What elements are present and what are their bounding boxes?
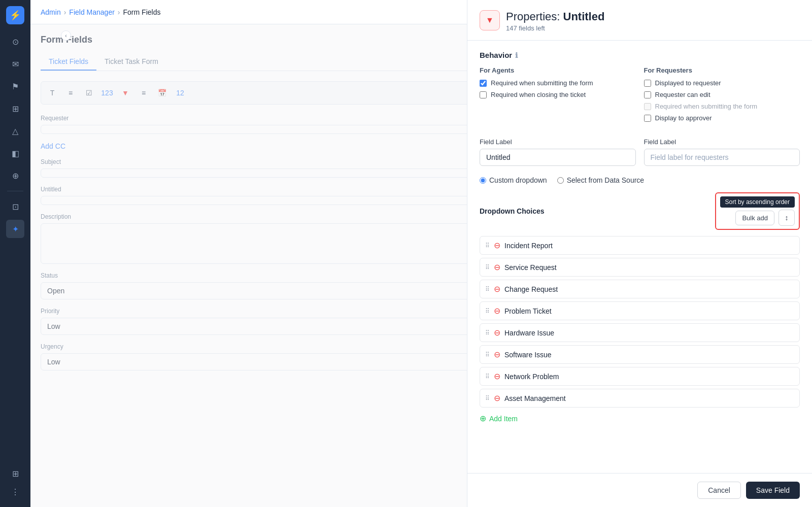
list-item: ⠿ ⊖ Change Request bbox=[480, 280, 800, 298]
remove-icon[interactable]: ⊖ bbox=[494, 350, 500, 359]
item-text: Software Issue bbox=[504, 351, 794, 359]
remove-icon[interactable]: ⊖ bbox=[494, 284, 500, 294]
item-text: Incident Report bbox=[504, 242, 794, 250]
toolbar-dropdown-icon[interactable]: ▼ bbox=[118, 86, 132, 100]
custom-dropdown-radio[interactable] bbox=[480, 177, 486, 184]
drag-handle-icon[interactable]: ⠿ bbox=[485, 286, 490, 293]
sidebar-item-alert[interactable]: △ bbox=[6, 122, 24, 140]
sidebar-divider bbox=[7, 191, 23, 191]
sidebar-item-home[interactable]: ⊙ bbox=[6, 32, 24, 51]
cancel-button[interactable]: Cancel bbox=[697, 482, 741, 499]
toolbar-list-icon[interactable]: ≡ bbox=[137, 86, 151, 100]
sidebar-collapse-button[interactable]: ‹ bbox=[61, 30, 71, 41]
required-submitting-checkbox[interactable] bbox=[480, 80, 487, 87]
sidebar-bottom: ⊞ ⋮ bbox=[6, 464, 24, 501]
list-item: ⠿ ⊖ Incident Report bbox=[480, 236, 800, 255]
requester-can-edit-checkbox[interactable] bbox=[644, 91, 651, 98]
drag-handle-icon[interactable]: ⠿ bbox=[485, 395, 490, 402]
requester-can-edit-label: Requester can edit bbox=[655, 91, 710, 98]
sidebar-item-inbox[interactable]: ✉ bbox=[6, 55, 24, 73]
sidebar-item-layers[interactable]: ◧ bbox=[6, 144, 24, 162]
remove-icon[interactable]: ⊖ bbox=[494, 393, 500, 403]
drag-handle-icon[interactable]: ⠿ bbox=[485, 264, 490, 271]
tab-ticket-fields[interactable]: Ticket Fields bbox=[41, 53, 96, 71]
list-item: ⠿ ⊖ Problem Ticket bbox=[480, 301, 800, 320]
sidebar-item-more[interactable]: ⋮ bbox=[6, 483, 24, 501]
remove-icon[interactable]: ⊖ bbox=[494, 328, 500, 337]
sidebar-item-apps[interactable]: ⊞ bbox=[6, 464, 24, 483]
remove-icon[interactable]: ⊖ bbox=[494, 306, 500, 316]
breadcrumb-form-fields: Form Fields bbox=[123, 8, 161, 16]
required-closing-label: Required when closing the ticket bbox=[491, 91, 586, 98]
radio-row: Custom dropdown Select from Data Source bbox=[480, 176, 800, 184]
sort-actions-inner: Bulk add ↕ bbox=[735, 210, 795, 226]
checkbox-display-approver: Display to approver bbox=[644, 114, 800, 122]
sort-tooltip: Sort by ascending order bbox=[720, 196, 795, 208]
for-agents-label: For Agents bbox=[480, 66, 636, 74]
dropdown-items-list: ⠿ ⊖ Incident Report ⠿ ⊖ Service Request … bbox=[480, 236, 800, 426]
data-source-option[interactable]: Select from Data Source bbox=[557, 176, 645, 184]
breadcrumb-sep-1: › bbox=[64, 8, 66, 16]
toolbar-number-icon[interactable]: 123 bbox=[100, 86, 114, 100]
requester-field-label-group: Field Label bbox=[644, 138, 800, 166]
bulk-add-button[interactable]: Bulk add bbox=[735, 211, 774, 225]
requester-field-label-input[interactable] bbox=[644, 149, 800, 166]
behavior-section: Behavior ℹ For Agents Required when subm… bbox=[480, 51, 800, 126]
sidebar: ⚡ ⊙ ✉ ⚑ ⊞ △ ◧ ⊕ ⊡ ✦ ⊞ ⋮ bbox=[0, 0, 30, 507]
custom-dropdown-label: Custom dropdown bbox=[489, 176, 547, 184]
data-source-label: Select from Data Source bbox=[567, 176, 645, 184]
remove-icon[interactable]: ⊖ bbox=[494, 371, 500, 381]
drag-handle-icon[interactable]: ⠿ bbox=[485, 329, 490, 336]
info-icon: ℹ bbox=[515, 51, 518, 59]
properties-title-prefix: Properties: bbox=[506, 10, 563, 23]
add-item-label: Add Item bbox=[489, 415, 518, 423]
for-requesters-label: For Requesters bbox=[644, 66, 800, 74]
breadcrumb-admin[interactable]: Admin bbox=[41, 8, 61, 16]
sidebar-item-chart[interactable]: ⊡ bbox=[6, 197, 24, 216]
drag-handle-icon[interactable]: ⠿ bbox=[485, 351, 490, 358]
tab-ticket-task-form[interactable]: Ticket Task Form bbox=[96, 53, 166, 71]
display-approver-checkbox[interactable] bbox=[644, 115, 651, 122]
add-item-button[interactable]: ⊕ Add Item bbox=[480, 411, 800, 426]
drag-handle-icon[interactable]: ⠿ bbox=[485, 308, 490, 315]
list-item: ⠿ ⊖ Asset Management bbox=[480, 389, 800, 408]
custom-dropdown-option[interactable]: Custom dropdown bbox=[480, 176, 547, 184]
data-source-radio[interactable] bbox=[557, 177, 564, 184]
properties-header: ▼ Properties: Untitled 147 fields left bbox=[467, 0, 812, 41]
save-field-button[interactable]: Save Field bbox=[746, 482, 800, 499]
item-text: Hardware Issue bbox=[504, 329, 794, 337]
required-submitting-requester-label: Required when submitting the form bbox=[655, 103, 758, 110]
remove-icon[interactable]: ⊖ bbox=[494, 262, 500, 272]
toolbar-align-icon[interactable]: ≡ bbox=[63, 86, 78, 100]
for-requesters-col: For Requesters Displayed to requester Re… bbox=[644, 66, 800, 126]
status-value: Open bbox=[47, 287, 64, 295]
sidebar-item-grid[interactable]: ⊞ bbox=[6, 99, 24, 118]
checkbox-required-closing: Required when closing the ticket bbox=[480, 91, 636, 98]
agent-field-label-input[interactable] bbox=[480, 149, 636, 166]
fields-left-count: 147 fields left bbox=[506, 24, 604, 32]
sidebar-logo[interactable]: ⚡ bbox=[6, 6, 24, 24]
toolbar-checkbox-icon[interactable]: ☑ bbox=[82, 86, 96, 100]
field-label-section: Field Label Field Label bbox=[480, 138, 800, 166]
sort-actions-wrapper: Sort by ascending order Bulk add ↕ bbox=[715, 192, 800, 230]
remove-icon[interactable]: ⊖ bbox=[494, 241, 500, 250]
main-area: Admin › Field Manager › Form Fields × ‹ … bbox=[30, 0, 812, 507]
breadcrumb-field-manager[interactable]: Field Manager bbox=[69, 8, 115, 16]
sort-button[interactable]: ↕ bbox=[779, 210, 795, 226]
drag-handle-icon[interactable]: ⠿ bbox=[485, 242, 490, 249]
sidebar-item-users[interactable]: ⊕ bbox=[6, 166, 24, 185]
sidebar-item-settings[interactable]: ✦ bbox=[6, 220, 24, 238]
properties-title-group: Properties: Untitled 147 fields left bbox=[506, 10, 604, 32]
toolbar-decimal-icon[interactable]: 12 bbox=[173, 86, 187, 100]
displayed-requester-checkbox[interactable] bbox=[644, 80, 651, 87]
behavior-title: Behavior ℹ bbox=[480, 51, 800, 59]
toolbar-date-icon[interactable]: 📅 bbox=[155, 86, 169, 100]
properties-title: Properties: Untitled bbox=[506, 10, 604, 23]
item-text: Problem Ticket bbox=[504, 307, 794, 315]
required-closing-checkbox[interactable] bbox=[480, 91, 487, 98]
behavior-grid: For Agents Required when submitting the … bbox=[480, 66, 800, 126]
toolbar-text-icon[interactable]: T bbox=[45, 86, 59, 100]
drag-handle-icon[interactable]: ⠿ bbox=[485, 373, 490, 380]
item-text: Network Problem bbox=[504, 373, 794, 381]
sidebar-item-bugs[interactable]: ⚑ bbox=[6, 77, 24, 95]
